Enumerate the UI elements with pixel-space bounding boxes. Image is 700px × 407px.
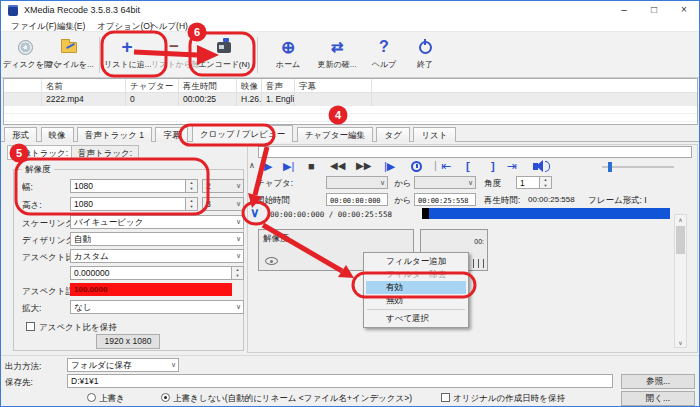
enlarge-label: 拡大:: [22, 303, 41, 315]
stop-icon[interactable]: ■: [308, 159, 315, 173]
menu-item-select-all[interactable]: すべて選択: [366, 312, 466, 325]
scroll-down-icon[interactable]: ∨: [675, 339, 686, 346]
header-audio[interactable]: 音声: [262, 79, 295, 92]
preview-filter-input[interactable]: [258, 146, 692, 158]
encode-icon: [217, 42, 231, 53]
angle-stepper[interactable]: ▲▼: [540, 176, 552, 189]
no-overwrite-radio[interactable]: [161, 393, 170, 402]
subtab-video-track[interactable]: 映像トラック:: [7, 145, 75, 160]
tab-tag[interactable]: タグ: [376, 127, 409, 142]
height-stepper[interactable]: ▲▼: [186, 197, 198, 211]
table-row[interactable]: 2222.mp4 0 00:00:25 H.26... 1. English .…: [4, 93, 697, 106]
width-input[interactable]: 1080: [70, 179, 186, 193]
tab-video[interactable]: 映像: [41, 127, 74, 142]
aspect-ratio-select[interactable]: カスタム∨: [70, 249, 244, 263]
header-subtitle[interactable]: 字幕: [295, 79, 372, 92]
chapter-to-select[interactable]: ∨: [414, 176, 476, 189]
mark-start-icon[interactable]: [: [466, 159, 470, 173]
aspect-error-value: 100.0000: [70, 283, 232, 296]
fast-forward-icon[interactable]: ▶▶: [356, 159, 371, 173]
destination-input[interactable]: D:¥1¥1: [67, 374, 613, 388]
aspect-number-input[interactable]: 0.000000: [70, 266, 232, 280]
tab-crop-preview[interactable]: クロップ / プレビュー: [192, 125, 293, 142]
aspect-ratio-label: アスペクト比:: [22, 252, 76, 264]
resolution-preset-button[interactable]: 1920 x 1080: [96, 334, 160, 349]
power-icon: [419, 41, 432, 54]
question-icon: ?: [379, 38, 389, 56]
minimize-button[interactable]: –: [609, 1, 639, 19]
set-start-icon[interactable]: ⇤: [441, 159, 451, 173]
menu-item-disable[interactable]: 無効: [366, 294, 466, 307]
enlarge-select[interactable]: なし∨: [70, 300, 244, 314]
tab-format[interactable]: 形式: [4, 127, 37, 142]
frame-type-label: フレーム形式: I: [588, 195, 647, 207]
volume-slider[interactable]: [602, 166, 674, 168]
collapse-icon[interactable]: ∧: [249, 159, 255, 173]
aspect-number-stepper[interactable]: ▲▼: [232, 266, 244, 280]
header-duration[interactable]: 再生時間: [179, 79, 237, 92]
tab-subtitle[interactable]: 字幕: [155, 127, 188, 142]
eye-icon[interactable]: [265, 257, 278, 265]
help-button[interactable]: ? ヘルプ: [361, 35, 407, 75]
scrollbar-thumb[interactable]: [676, 226, 685, 254]
play-icon[interactable]: ▶: [264, 159, 272, 173]
file-list-header[interactable]: 名前 チャプター 再生時間 映像 音声 字幕: [4, 79, 697, 93]
tab-list[interactable]: リスト: [413, 127, 455, 142]
open-disc-button[interactable]: ディスクを開く: [3, 35, 47, 75]
remove-from-list-button[interactable]: − リストから除...: [151, 35, 197, 75]
tab-audio-track-1[interactable]: 音声トラック 1: [77, 127, 152, 142]
cell-subtitle: [295, 93, 372, 106]
open-file-button[interactable]: ファイルを...: [46, 35, 92, 75]
title-bar[interactable]: XMedia Recode 3.5.8.3 64bit – □ ×: [1, 1, 699, 19]
menu-help[interactable]: ヘルプ(H): [146, 20, 192, 32]
overwrite-radio[interactable]: [87, 393, 96, 402]
tab-chapter-edit[interactable]: チャプター編集: [297, 127, 373, 142]
exit-button[interactable]: 終了: [402, 35, 448, 75]
volume-slider-thumb[interactable]: [608, 162, 612, 172]
dithering-select[interactable]: 自動∨: [70, 232, 244, 246]
home-button[interactable]: ⊕ ホーム: [263, 35, 313, 75]
scaling-select[interactable]: バイキュービック∨: [70, 215, 244, 229]
header-name[interactable]: 名前: [42, 79, 126, 92]
end-time-input[interactable]: 00:00:25:558: [414, 193, 476, 206]
menu-item-remove-filter: フィルター除去: [366, 268, 466, 281]
open-button[interactable]: 開く...: [621, 391, 695, 406]
header-video[interactable]: 映像: [237, 79, 262, 92]
timeline-progress-bar[interactable]: [422, 208, 670, 219]
height-input[interactable]: 1080: [70, 197, 186, 211]
output-method-select[interactable]: フォルダに保存∨: [67, 358, 179, 372]
keep-date-checkbox[interactable]: [441, 393, 450, 402]
check-update-button[interactable]: ⇄ 更新の確...: [313, 35, 361, 75]
preview-scrollbar[interactable]: ∧ ∨: [674, 214, 687, 348]
set-end-icon[interactable]: ⇥: [507, 159, 517, 173]
rewind-icon[interactable]: ◀◀: [330, 159, 345, 173]
subtab-audio-track[interactable]: 音声トラック:: [71, 145, 139, 160]
menu-edit[interactable]: 編集(E): [53, 20, 89, 32]
add-to-list-button[interactable]: + リストに追...: [104, 35, 150, 75]
angle-input[interactable]: 1: [516, 176, 540, 189]
chapter-from-select[interactable]: ∨: [326, 176, 388, 189]
start-time-input[interactable]: 00:00:00:000: [326, 193, 388, 206]
header-chapter[interactable]: チャプター: [126, 79, 179, 92]
menu-item-enable[interactable]: 有効: [366, 281, 466, 294]
encode-button[interactable]: エンコード(N): [197, 35, 251, 75]
step-forward-icon[interactable]: |▶: [384, 159, 395, 173]
chevron-down-icon: ∨: [380, 179, 385, 187]
speaker-icon[interactable]: [533, 163, 538, 170]
file-list: 名前 チャプター 再生時間 映像 音声 字幕 2222.mp4 0 00:00:…: [3, 78, 698, 125]
width-stepper[interactable]: ▲▼: [186, 179, 198, 193]
maximize-button[interactable]: □: [639, 1, 669, 19]
disc-icon: [18, 40, 33, 55]
keep-aspect-checkbox[interactable]: [26, 322, 35, 331]
close-button[interactable]: ×: [669, 1, 699, 19]
menu-item-add-filter[interactable]: フィルター追加: [366, 255, 466, 268]
output-section: 出力方法: フォルダに保存∨ 保存先: D:¥1¥1 参照... 上書き 上書き…: [1, 355, 699, 406]
expand-chevron-icon[interactable]: ∨: [250, 206, 260, 220]
mark-end-icon[interactable]: ]: [491, 159, 495, 173]
scroll-up-icon[interactable]: ∧: [675, 216, 686, 223]
step-to-end-icon[interactable]: ▶|: [283, 159, 294, 173]
width-factor-select[interactable]: 2∨: [202, 179, 244, 193]
height-factor-select[interactable]: 8∨: [202, 197, 244, 211]
browse-button[interactable]: 参照...: [621, 374, 695, 389]
clock-icon[interactable]: [411, 161, 422, 172]
